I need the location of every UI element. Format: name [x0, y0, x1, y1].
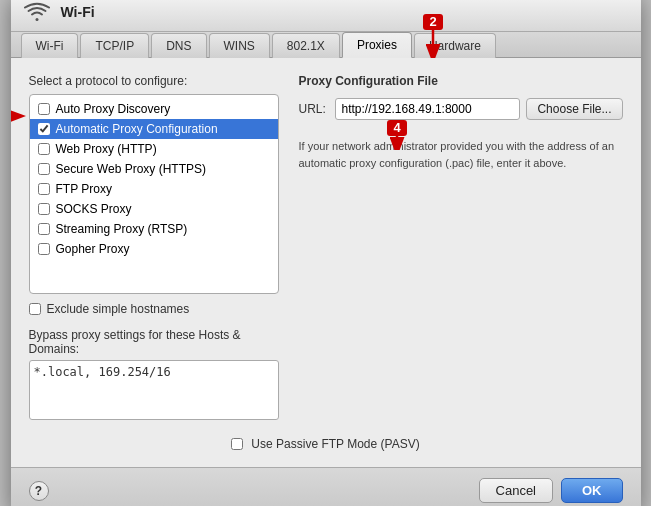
- proxy-config-title: Proxy Configuration File: [299, 74, 623, 88]
- passive-ftp-label: Use Passive FTP Mode (PASV): [251, 437, 419, 451]
- bypass-textarea[interactable]: [29, 360, 279, 420]
- protocol-checkbox-2[interactable]: [38, 143, 50, 155]
- protocol-item[interactable]: Gopher Proxy: [30, 239, 278, 259]
- url-label: URL:: [299, 102, 329, 116]
- tab-tcp-ip[interactable]: TCP/IP: [80, 33, 149, 58]
- svg-text:2: 2: [429, 14, 436, 29]
- protocol-checkbox-6[interactable]: [38, 223, 50, 235]
- url-input[interactable]: [335, 98, 521, 120]
- passive-ftp-checkbox[interactable]: [231, 438, 243, 450]
- protocol-list: Auto Proxy DiscoveryAutomatic Proxy Conf…: [29, 94, 279, 294]
- protocol-item[interactable]: Automatic Proxy Configuration: [30, 119, 278, 139]
- tab-wins[interactable]: WINS: [209, 33, 270, 58]
- content-area: 3 Select a protocol to configure: Auto P…: [11, 58, 641, 467]
- ok-button[interactable]: OK: [561, 478, 623, 503]
- protocol-checkbox-4[interactable]: [38, 183, 50, 195]
- tab-802-1x[interactable]: 802.1X: [272, 33, 340, 58]
- left-panel: 3 Select a protocol to configure: Auto P…: [29, 74, 279, 423]
- protocol-item[interactable]: Streaming Proxy (RTSP): [30, 219, 278, 239]
- protocol-item[interactable]: Secure Web Proxy (HTTPS): [30, 159, 278, 179]
- protocol-item[interactable]: Web Proxy (HTTP): [30, 139, 278, 159]
- tab-proxies[interactable]: Proxies: [342, 32, 412, 58]
- protocol-label-5: SOCKS Proxy: [56, 202, 132, 216]
- exclude-checkbox[interactable]: [29, 303, 41, 315]
- protocol-checkbox-3[interactable]: [38, 163, 50, 175]
- protocol-label-0: Auto Proxy Discovery: [56, 102, 171, 116]
- protocol-label-3: Secure Web Proxy (HTTPS): [56, 162, 206, 176]
- cancel-button[interactable]: Cancel: [479, 478, 553, 503]
- window-title: Wi-Fi: [61, 4, 95, 20]
- wifi-icon: [23, 1, 51, 23]
- proxy-info-text: If your network administrator provided y…: [299, 138, 623, 171]
- footer: ? Cancel OK: [11, 467, 641, 506]
- protocol-label-4: FTP Proxy: [56, 182, 112, 196]
- url-row: URL: Choose File...: [299, 98, 623, 120]
- protocol-checkbox-0[interactable]: [38, 103, 50, 115]
- exclude-label: Exclude simple hostnames: [47, 302, 190, 316]
- info-area: 4 If your network administrator provided…: [299, 138, 623, 171]
- annotation-4: 4: [379, 120, 415, 153]
- exclude-row: Exclude simple hostnames: [29, 302, 279, 316]
- bypass-label: Bypass proxy settings for these Hosts & …: [29, 328, 279, 356]
- annotation-2: 2: [415, 14, 451, 58]
- choose-file-button[interactable]: Choose File...: [526, 98, 622, 120]
- protocol-checkbox-1[interactable]: [38, 123, 50, 135]
- protocol-label-1: Automatic Proxy Configuration: [56, 122, 218, 136]
- tab-wi-fi[interactable]: Wi-Fi: [21, 33, 79, 58]
- protocol-label-6: Streaming Proxy (RTSP): [56, 222, 188, 236]
- bottom-area: Use Passive FTP Mode (PASV): [29, 437, 623, 451]
- protocol-checkbox-5[interactable]: [38, 203, 50, 215]
- help-button[interactable]: ?: [29, 481, 49, 501]
- footer-buttons: Cancel OK: [479, 478, 623, 503]
- svg-text:4: 4: [393, 120, 401, 135]
- annotation-3: 3: [11, 102, 27, 130]
- protocol-checkbox-7[interactable]: [38, 243, 50, 255]
- protocol-item[interactable]: Auto Proxy Discovery: [30, 99, 278, 119]
- protocol-item[interactable]: SOCKS Proxy: [30, 199, 278, 219]
- tab-dns[interactable]: DNS: [151, 33, 206, 58]
- main-window: Wi-Fi Wi-FiTCP/IPDNSWINS802.1XProxiesHar…: [11, 0, 641, 506]
- tab-bar: Wi-FiTCP/IPDNSWINS802.1XProxiesHardware: [11, 32, 641, 58]
- right-panel: Proxy Configuration File URL: Choose Fil…: [299, 74, 623, 423]
- protocol-label-7: Gopher Proxy: [56, 242, 130, 256]
- main-layout: 3 Select a protocol to configure: Auto P…: [29, 74, 623, 423]
- protocol-panel-label: Select a protocol to configure:: [29, 74, 279, 88]
- titlebar: Wi-Fi: [11, 0, 641, 32]
- protocol-item[interactable]: FTP Proxy: [30, 179, 278, 199]
- protocol-label-2: Web Proxy (HTTP): [56, 142, 157, 156]
- bypass-section: Bypass proxy settings for these Hosts & …: [29, 328, 279, 423]
